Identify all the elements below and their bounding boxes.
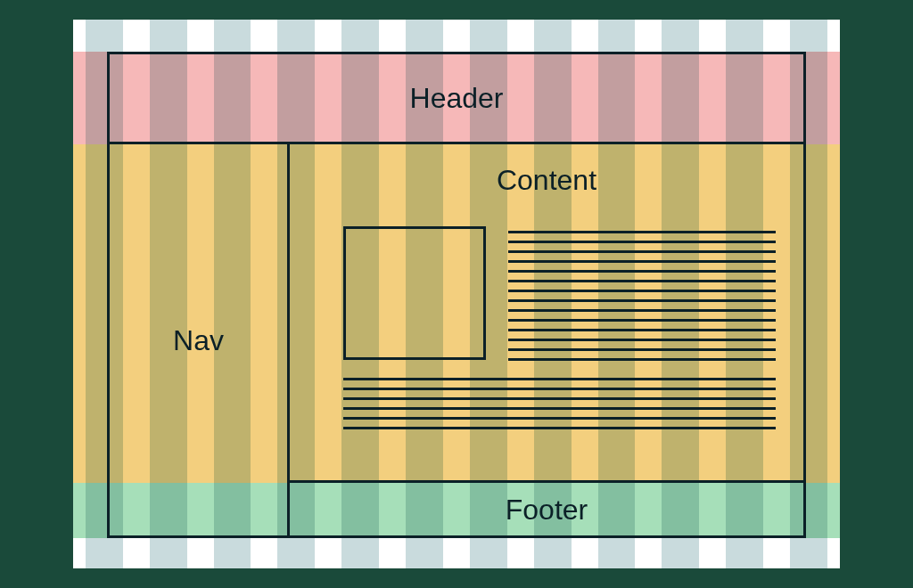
header-region: Header xyxy=(107,52,806,144)
text-line xyxy=(508,260,776,263)
text-line xyxy=(508,339,776,341)
footer-label: Footer xyxy=(506,493,588,526)
text-line xyxy=(508,241,776,243)
content-region: Content xyxy=(287,142,806,483)
text-line xyxy=(343,427,776,429)
text-line xyxy=(343,388,776,390)
footer-region: Footer xyxy=(287,480,806,538)
text-line xyxy=(508,319,776,322)
image-placeholder xyxy=(343,226,486,360)
text-line xyxy=(508,329,776,331)
text-line xyxy=(508,280,776,282)
text-line xyxy=(508,270,776,273)
nav-label: Nav xyxy=(173,323,224,356)
text-line xyxy=(343,417,776,420)
text-lines-right xyxy=(508,231,776,361)
nav-region: Nav xyxy=(107,142,290,538)
text-line xyxy=(508,250,776,253)
text-lines-full xyxy=(343,378,776,429)
layout-diagram: Header Nav Content xyxy=(73,20,840,568)
text-line xyxy=(343,378,776,380)
text-line xyxy=(508,358,776,361)
text-line xyxy=(508,231,776,233)
text-line xyxy=(508,290,776,292)
text-line xyxy=(343,407,776,410)
text-line xyxy=(508,309,776,312)
text-line xyxy=(508,299,776,302)
content-label: Content xyxy=(497,164,596,197)
header-label: Header xyxy=(410,82,504,115)
text-line xyxy=(343,397,776,400)
text-line xyxy=(508,348,776,351)
